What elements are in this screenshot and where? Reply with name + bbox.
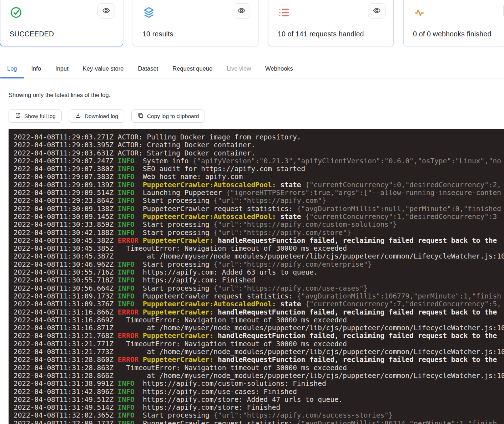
log-line: 2022-04-08T11:30:42.188Z INFO Start proc… [14,229,504,237]
external-link-icon [15,112,21,120]
log-line: 2022-04-08T11:30:55.716Z INFO https://ap… [14,269,504,276]
log-line: 2022-04-08T11:29:07.383Z INFO Web host n… [14,173,504,181]
layers-icon [142,6,155,19]
tab-key-value-store[interactable]: Key-value store [76,59,131,78]
log-note: Showing only the latest lines of the log… [9,92,504,98]
log-line: 2022-04-08T11:31:38.991Z INFO https://ap… [14,380,504,388]
tab-info[interactable]: Info [24,59,49,78]
eye-icon [237,6,246,16]
log-line: 2022-04-08T11:31:09.173Z INFO PuppeteerC… [14,292,504,300]
download-log-button[interactable]: Download log [69,109,124,123]
copy-icon [137,112,144,120]
log-line: 2022-04-08T11:31:28.866Z at /home/myuser… [14,372,504,380]
log-line: 2022-04-08T11:31:16.871Z at /home/myuser… [14,324,504,332]
status-card-results[interactable]: 10 results [133,0,258,46]
tab-live-view: Live view [220,59,258,78]
log-line: 2022-04-08T11:30:56.664Z INFO Start proc… [14,285,504,292]
log-line: 2022-04-08T11:30:45.382Z ERROR Puppeteer… [14,237,504,245]
tab-log[interactable]: Log [0,59,24,78]
status-card-label: 0 of 0 webhooks finished [413,30,504,38]
tab-webhooks[interactable]: Webhooks [258,59,300,78]
tab-dataset[interactable]: Dataset [131,59,165,78]
status-card-requests[interactable]: 10 of 141 requests handled [268,0,394,46]
log-line: 2022-04-08T11:31:16.866Z ERROR Puppeteer… [14,308,504,316]
button-label: Copy log to clipboard [147,113,199,119]
eye-toggle-button[interactable] [97,3,115,19]
show-full-log-button[interactable]: Show full log [9,109,62,123]
run-tabs: LogInfoInputKey-value storeDatasetReques… [0,59,504,78]
status-card-label: 10 results [142,30,250,38]
pulse-icon [413,6,426,19]
log-line: 2022-04-08T11:30:33.859Z INFO Start proc… [14,221,504,229]
log-line: 2022-04-08T11:31:21.771Z TimeoutError: N… [14,340,504,348]
run-status-cards: SUCCEEDED 10 results 10 of 141 requests … [0,0,504,46]
status-card-label: 10 of 141 requests handled [278,30,385,38]
log-line: 2022-04-08T11:31:21.768Z ERROR Puppeteer… [14,332,504,340]
log-line: 2022-04-08T11:32:02.365Z INFO Start proc… [14,412,504,419]
log-line: 2022-04-08T11:29:07.380Z INFO SEO audit … [14,165,504,173]
eye-toggle-button[interactable] [368,3,385,19]
tab-input[interactable]: Input [48,59,76,78]
log-line: 2022-04-08T11:29:03.631Z ACTOR: Starting… [14,149,504,157]
copy-log-to-clipboard-button[interactable]: Copy log to clipboard [131,109,205,123]
log-line: 2022-04-08T11:30:09.145Z INFO PuppeteerC… [14,213,504,221]
log-line: 2022-04-08T11:29:03.271Z ACTOR: Pulling … [14,133,504,141]
log-line: 2022-04-08T11:30:45.385Z TimeoutError: N… [14,245,504,252]
log-line: 2022-04-08T11:31:49.514Z INFO https://ap… [14,404,504,412]
eye-icon [102,6,110,16]
log-line: 2022-04-08T11:30:45.387Z at /home/myuser… [14,252,504,260]
log-line: 2022-04-08T11:31:49.512Z INFO https://ap… [14,396,504,404]
tab-request-queue[interactable]: Request queue [165,59,220,78]
download-icon [75,112,81,120]
check-circle-icon [10,6,22,19]
log-line: 2022-04-08T11:29:09.514Z INFO Launching … [14,189,504,197]
log-line: 2022-04-08T11:29:07.247Z INFO System inf… [14,157,504,165]
log-line: 2022-04-08T11:31:28.860Z ERROR Puppeteer… [14,356,504,364]
eye-icon [373,6,381,16]
status-card-label: SUCCEEDED [10,30,115,38]
log-line: 2022-04-08T11:31:28.863Z TimeoutError: N… [14,364,504,372]
request-list-icon [278,6,291,19]
status-card-webhooks[interactable]: 0 of 0 webhooks finished [403,0,504,46]
log-line: 2022-04-08T11:29:03.395Z ACTOR: Creating… [14,141,504,149]
status-card-status[interactable]: SUCCEEDED [0,0,123,46]
eye-toggle-button[interactable] [233,3,250,19]
log-line: 2022-04-08T11:30:09.138Z INFO PuppeteerC… [14,205,504,213]
log-line: 2022-04-08T11:29:23.864Z INFO Start proc… [14,197,504,205]
log-console[interactable]: 2022-04-08T11:29:03.271Z ACTOR: Pulling … [9,129,504,424]
log-line: 2022-04-08T11:31:42.896Z INFO https://ap… [14,388,504,396]
log-line: 2022-04-08T11:32:09.173Z INFO PuppeteerC… [14,420,504,424]
button-label: Download log [85,113,118,119]
log-line: 2022-04-08T11:29:09.139Z INFO PuppeteerC… [14,181,504,189]
log-line: 2022-04-08T11:31:09.376Z INFO PuppeteerC… [14,300,504,308]
button-label: Show full log [24,113,56,119]
log-line: 2022-04-08T11:31:21.773Z at /home/myuser… [14,348,504,356]
log-line: 2022-04-08T11:31:16.869Z TimeoutError: N… [14,316,504,324]
log-line: 2022-04-08T11:30:55.718Z INFO https://ap… [14,276,504,284]
log-actions: Show full log Download log Copy log to c… [9,109,504,123]
log-line: 2022-04-08T11:30:46.962Z INFO Start proc… [14,261,504,269]
